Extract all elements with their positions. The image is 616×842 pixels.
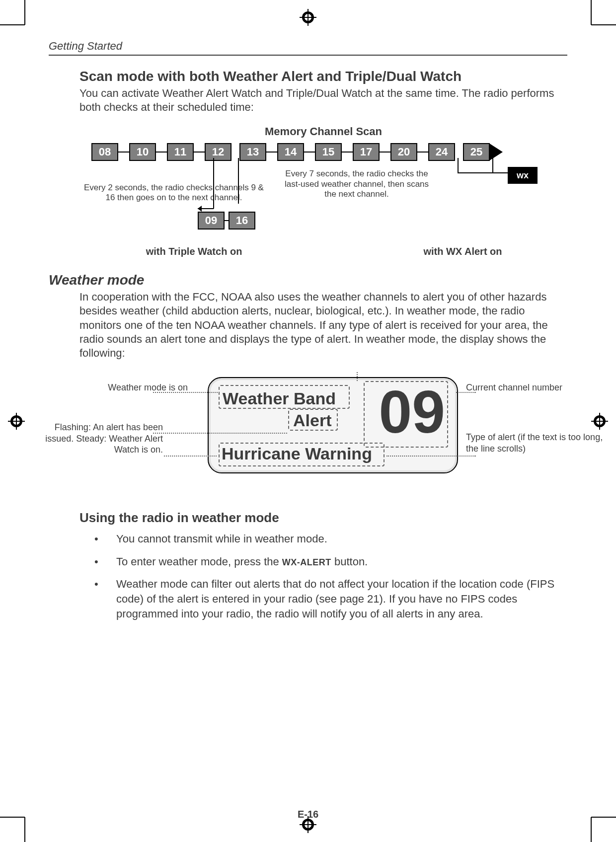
section-body: You can activate Weather Alert Watch and…: [79, 86, 567, 114]
using-heading: Using the radio in weather mode: [79, 510, 567, 526]
leader-line: [164, 456, 217, 457]
callout-left-bottom: Flashing: An alert has been issued. Stea…: [24, 422, 163, 456]
running-head: Getting Started: [49, 40, 567, 56]
weather-mode-heading: Weather mode: [49, 272, 567, 288]
dash-channel: [364, 381, 448, 448]
dash-alert: [288, 409, 338, 431]
leader-line: [386, 456, 476, 457]
dash-band: [219, 385, 350, 409]
list-item: Weather mode can filter out alerts that …: [94, 577, 567, 621]
lcd-figure: Weather Band Alert 09 Hurricane Warning …: [49, 372, 567, 501]
channel-box: 20: [390, 143, 417, 161]
lcd-display: Weather Band Alert 09 Hurricane Warning: [208, 377, 458, 473]
weather-mode-body: In cooperation with the FCC, NOAA also u…: [79, 290, 567, 360]
channel-box: 14: [277, 143, 304, 161]
caption-left: with Triple Watch on: [89, 246, 299, 257]
caption-right: with WX Alert on: [358, 246, 567, 257]
wx-connector: [443, 158, 552, 193]
diagram-title: Memory Channel Scan: [79, 125, 567, 138]
page-number: E-16: [0, 809, 616, 820]
leader-line: [357, 372, 358, 381]
callout-right-top: Current channel number: [466, 382, 615, 393]
button-label-smallcaps: WX-ALERT: [282, 557, 331, 567]
dash-line2: [219, 443, 385, 466]
channel-box: 15: [315, 143, 342, 161]
channel-box: 08: [91, 143, 118, 161]
scan-diagram: Memory Channel Scan 08 10 11 12 13 14 15…: [79, 125, 567, 254]
caption-row: with Triple Watch on with WX Alert on: [89, 241, 567, 257]
section-title: Scan mode with both Weather Alert and Tr…: [79, 69, 567, 84]
connector-lines: [184, 158, 263, 218]
channel-box: 10: [129, 143, 156, 161]
callout-left-top: Weather mode is on: [49, 382, 188, 393]
right-desc: Every 7 seconds, the radio checks the la…: [285, 169, 429, 199]
right-desc-block: Every 7 seconds, the radio checks the la…: [282, 169, 431, 217]
list-item: You cannot transmit while in weather mod…: [94, 532, 567, 546]
leader-line: [153, 433, 287, 434]
callout-right-bottom: Type of alert (if the text is too long, …: [466, 432, 615, 454]
using-list: You cannot transmit while in weather mod…: [94, 532, 567, 621]
list-item: To enter weather mode, press the WX-ALER…: [94, 554, 567, 569]
channel-box: 17: [353, 143, 380, 161]
